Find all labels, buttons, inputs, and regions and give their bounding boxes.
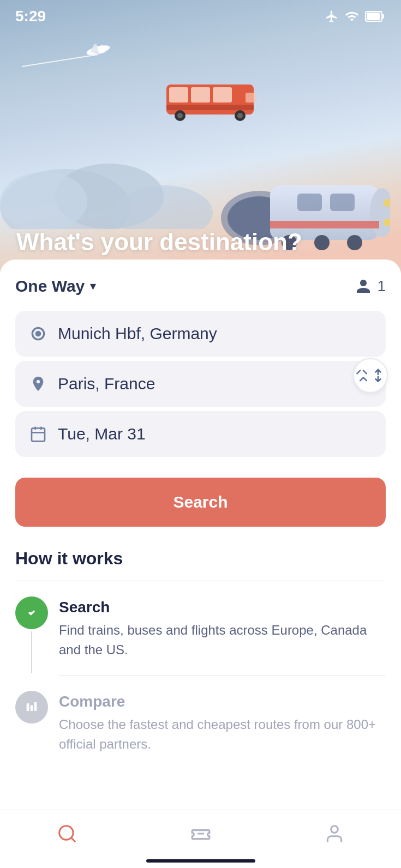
how-item-compare: Compare Choose the fastest and cheapest … xyxy=(15,691,386,769)
compare-icon xyxy=(15,691,48,724)
svg-rect-2 xyxy=(382,14,384,19)
account-nav-icon xyxy=(324,823,345,844)
swap-icon xyxy=(356,368,371,383)
clouds-decoration xyxy=(0,120,240,229)
how-item-desc-search: Find trains, buses and flights across Eu… xyxy=(59,620,386,660)
svg-rect-28 xyxy=(330,194,355,211)
nav-item-account[interactable] xyxy=(302,821,367,846)
svg-point-20 xyxy=(237,113,243,118)
status-icons xyxy=(325,9,386,23)
svg-rect-44 xyxy=(31,706,33,712)
swap-button[interactable] xyxy=(353,358,388,393)
main-card: One Way ▾ 1 Munich Hbf, Germany xyxy=(0,260,401,859)
date-value: Tue, Mar 31 xyxy=(58,425,146,443)
search-button[interactable]: Search xyxy=(15,478,386,527)
battery-icon xyxy=(365,10,386,22)
updown-arrows-icon xyxy=(371,369,385,383)
to-icon xyxy=(28,374,48,394)
trip-type-row: One Way ▾ 1 xyxy=(15,277,386,296)
chevron-down-icon: ▾ xyxy=(90,279,96,293)
to-value: Paris, France xyxy=(58,375,155,393)
bus-illustration xyxy=(161,76,270,125)
svg-point-49 xyxy=(331,826,338,833)
search-fields: Munich Hbf, Germany Paris, France xyxy=(15,311,386,461)
how-text-search: Search Find trains, buses and flights ac… xyxy=(59,596,386,675)
airplane-illustration xyxy=(22,39,120,72)
search-nav-icon xyxy=(57,823,77,844)
airplane-mode-icon xyxy=(325,9,339,23)
passenger-number: 1 xyxy=(377,278,386,295)
svg-rect-21 xyxy=(246,93,256,103)
svg-rect-14 xyxy=(191,87,210,103)
how-text-compare: Compare Choose the fastest and cheapest … xyxy=(59,691,386,769)
from-icon xyxy=(28,324,48,343)
hero-title: What's your destination? xyxy=(16,228,302,256)
svg-line-47 xyxy=(71,837,75,841)
nav-item-search[interactable] xyxy=(35,821,99,846)
status-time: 5:29 xyxy=(15,8,46,25)
how-items-divider xyxy=(59,675,386,676)
home-indicator xyxy=(146,859,255,863)
trip-type-label: One Way xyxy=(15,277,85,296)
from-value: Munich Hbf, Germany xyxy=(58,324,217,343)
date-field[interactable]: Tue, Mar 31 xyxy=(15,411,386,457)
svg-point-18 xyxy=(177,113,183,118)
svg-rect-43 xyxy=(27,703,29,711)
svg-rect-39 xyxy=(32,428,45,441)
trip-type-selector[interactable]: One Way ▾ xyxy=(15,277,96,296)
wifi-icon xyxy=(344,9,360,23)
search-check-icon xyxy=(15,596,48,629)
how-item-search: Search Find trains, buses and flights ac… xyxy=(15,596,386,675)
how-icon-col-search xyxy=(15,596,48,675)
how-title: How it works xyxy=(15,548,386,569)
svg-point-31 xyxy=(314,235,330,250)
how-item-title-search: Search xyxy=(59,599,386,616)
svg-rect-15 xyxy=(213,87,232,103)
how-connector-line xyxy=(31,631,32,673)
status-bar: 5:29 xyxy=(0,0,401,31)
svg-rect-13 xyxy=(169,87,188,103)
how-divider xyxy=(15,581,386,581)
svg-rect-16 xyxy=(166,105,254,110)
svg-point-32 xyxy=(347,235,362,250)
svg-rect-29 xyxy=(270,221,379,228)
hero-section: What's your destination? xyxy=(0,0,401,273)
from-field[interactable]: Munich Hbf, Germany xyxy=(15,311,386,357)
svg-rect-45 xyxy=(34,702,37,711)
svg-rect-1 xyxy=(367,13,380,20)
how-item-title-compare: Compare xyxy=(59,693,386,710)
person-icon xyxy=(355,278,372,294)
to-field[interactable]: Paris, France xyxy=(15,361,386,407)
svg-line-7 xyxy=(22,55,98,67)
calendar-icon xyxy=(28,424,48,444)
svg-point-5 xyxy=(0,172,87,229)
how-it-works-section: How it works Search Find trains, buses a… xyxy=(15,546,386,769)
svg-rect-27 xyxy=(297,194,322,211)
tickets-nav-icon xyxy=(190,823,211,844)
how-item-desc-compare: Choose the fastest and cheapest routes f… xyxy=(59,715,386,754)
how-icon-col-compare xyxy=(15,691,48,769)
nav-item-tickets[interactable] xyxy=(169,821,233,846)
passenger-count[interactable]: 1 xyxy=(355,278,386,295)
svg-point-35 xyxy=(35,331,41,337)
